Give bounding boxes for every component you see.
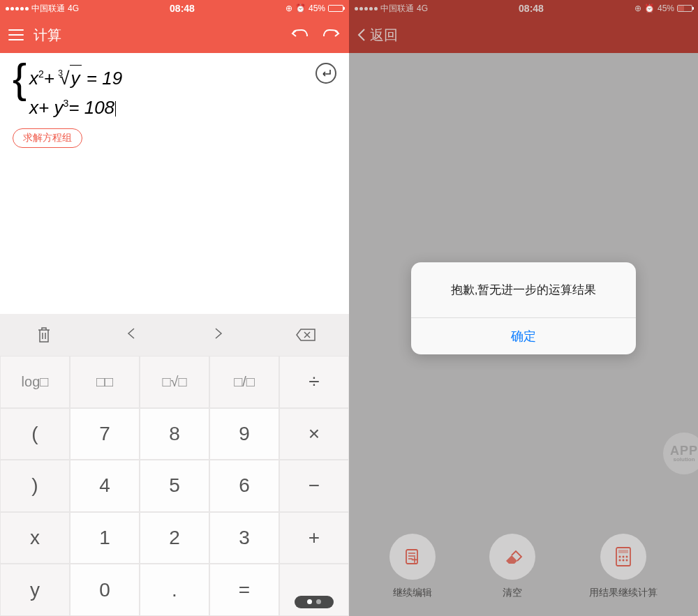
menu-icon[interactable] xyxy=(8,29,24,40)
key-6[interactable]: 6 xyxy=(209,460,279,512)
action-clear[interactable]: 清空 xyxy=(489,534,535,599)
equation-area[interactable]: { x2+ 3√y = 19 x+ y3= 108 求解方程组 xyxy=(0,53,349,156)
action-label: 用结果继续计算 xyxy=(589,587,658,599)
key-7[interactable]: 7 xyxy=(70,408,140,460)
key-8[interactable]: 8 xyxy=(140,408,209,460)
key-rparen[interactable]: ) xyxy=(0,460,70,512)
solve-button[interactable]: 求解方程组 xyxy=(13,128,82,148)
alert-ok-button[interactable]: 确定 xyxy=(411,317,636,354)
key-equals[interactable]: = xyxy=(209,564,279,616)
undo-icon[interactable] xyxy=(290,26,309,44)
backspace-button[interactable] xyxy=(262,314,349,356)
key-2[interactable]: 2 xyxy=(140,512,209,564)
svg-point-3 xyxy=(618,556,621,558)
action-use-result[interactable]: 用结果继续计算 xyxy=(589,534,658,599)
svg-point-7 xyxy=(622,559,624,562)
carrier-label: 中国联通 xyxy=(31,3,65,15)
svg-point-6 xyxy=(618,559,621,562)
signal-dots xyxy=(6,7,29,10)
nav-title: 计算 xyxy=(34,26,61,45)
key-1[interactable]: 1 xyxy=(70,512,140,564)
calculator-screen: 中国联通 4G 08:48 ⊕ ⏰ 45% 计算 { x2+ xyxy=(0,0,349,616)
action-label: 继续编辑 xyxy=(393,587,432,599)
equation-system: { x2+ 3√y = 19 x+ y3= 108 xyxy=(13,61,336,120)
key-4[interactable]: 4 xyxy=(70,460,140,512)
key-power[interactable]: □□ xyxy=(70,356,140,408)
key-lparen[interactable]: ( xyxy=(0,408,70,460)
equation-line-2: x+ y3= 108 xyxy=(29,91,122,120)
key-more[interactable] xyxy=(279,564,349,616)
alarm-icon: ⏰ xyxy=(295,3,306,13)
svg-point-5 xyxy=(625,556,628,558)
keypad: log□ □□ □√□ □/□ ÷ ( 7 8 9 × ) 4 5 6 − x … xyxy=(0,356,349,616)
key-9[interactable]: 9 xyxy=(209,408,279,460)
key-multiply[interactable]: × xyxy=(279,408,349,460)
key-y[interactable]: y xyxy=(0,564,70,616)
key-minus[interactable]: − xyxy=(279,460,349,512)
pager[interactable] xyxy=(295,596,334,608)
key-dot[interactable]: . xyxy=(140,564,209,616)
keypad-toolbar xyxy=(0,314,349,356)
svg-rect-2 xyxy=(618,550,628,553)
status-bar: 中国联通 4G 08:48 ⊕ ⏰ 45% xyxy=(0,0,349,17)
svg-point-4 xyxy=(622,556,624,558)
key-0[interactable]: 0 xyxy=(70,564,140,616)
svg-rect-0 xyxy=(406,550,417,564)
trash-button[interactable] xyxy=(0,314,87,356)
lock-icon: ⊕ xyxy=(285,3,292,13)
equation-line-1: x2+ 3√y = 19 xyxy=(29,61,122,91)
key-x[interactable]: x xyxy=(0,512,70,564)
battery-pct: 45% xyxy=(309,3,325,13)
cursor-nav xyxy=(87,314,262,356)
key-5[interactable]: 5 xyxy=(140,460,209,512)
redo-icon[interactable] xyxy=(322,26,341,44)
action-continue-edit[interactable]: 继续编辑 xyxy=(389,534,436,599)
network-label: 4G xyxy=(68,3,79,13)
key-3[interactable]: 3 xyxy=(209,512,279,564)
nav-bar: 计算 xyxy=(0,17,349,53)
key-plus[interactable]: + xyxy=(279,512,349,564)
enter-button[interactable] xyxy=(315,63,336,84)
key-root[interactable]: □√□ xyxy=(140,356,209,408)
action-label: 清空 xyxy=(503,587,522,599)
key-fraction[interactable]: □/□ xyxy=(209,356,279,408)
battery-icon xyxy=(328,5,343,12)
status-time: 08:48 xyxy=(170,3,195,14)
cursor-left-button[interactable] xyxy=(126,327,137,343)
svg-point-8 xyxy=(625,559,628,562)
alert-message: 抱歉,暂无进一步的运算结果 xyxy=(411,262,636,317)
key-divide[interactable]: ÷ xyxy=(279,356,349,408)
bottom-actions: 继续编辑 清空 用结果继续计算 xyxy=(349,534,698,599)
result-screen: 中国联通 4G 08:48 ⊕ ⏰ 45% 返回 抱歉,暂无进一步的运算结果 确… xyxy=(349,0,698,616)
cursor-right-button[interactable] xyxy=(213,327,224,343)
brace-icon: { xyxy=(13,61,27,96)
key-log[interactable]: log□ xyxy=(0,356,70,408)
cursor xyxy=(115,101,116,117)
alert-dialog: 抱歉,暂无进一步的运算结果 确定 xyxy=(411,262,636,354)
